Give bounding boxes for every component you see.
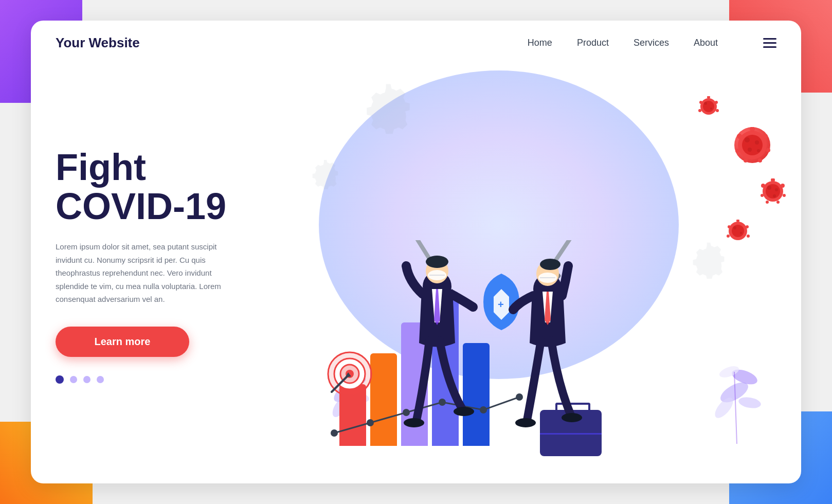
svg-point-78 [710,107,712,110]
svg-point-85 [727,235,730,238]
svg-point-69 [773,194,776,197]
pagination-dots [56,375,253,384]
svg-point-73 [715,101,718,104]
svg-point-74 [716,109,719,112]
svg-point-65 [761,194,764,197]
svg-point-86 [733,226,736,229]
svg-point-87 [740,232,742,234]
svg-point-49 [766,148,770,152]
svg-point-64 [766,201,769,204]
dot-3[interactable] [83,376,91,383]
svg-point-63 [776,201,780,204]
dot-1[interactable] [56,375,64,384]
svg-point-82 [746,225,749,228]
svg-point-30 [426,256,448,268]
svg-point-10 [367,419,374,426]
gear-small-right-icon [688,240,729,283]
svg-point-68 [775,188,778,191]
svg-point-55 [755,140,759,145]
virus-small-bottom-icon [727,220,750,243]
virus-small-top-icon [698,96,719,117]
svg-point-62 [783,194,786,197]
svg-point-84 [728,225,731,228]
hero-title: Fight COVID-19 [56,148,253,226]
hamburger-line [763,38,776,40]
svg-point-54 [745,137,750,142]
figure-right: + [468,240,591,456]
svg-point-61 [781,184,785,188]
svg-point-43 [515,418,536,427]
svg-point-9 [331,429,338,437]
svg-point-67 [767,186,771,190]
gear-small-left-icon [309,158,342,193]
dot-4[interactable] [97,376,104,383]
svg-text:+: + [498,299,504,310]
site-logo: Your Website [56,35,528,51]
svg-point-53 [737,134,742,139]
main-card: Your Website Home Product Services About… [31,21,801,483]
navbar: Your Website Home Product Services About [31,21,801,65]
nav-home[interactable]: Home [528,38,552,48]
hero-left: Fight COVID-19 Lorem ipsum dolor sit ame… [31,65,278,477]
hero-illustration: + [278,65,801,477]
svg-point-56 [748,148,752,152]
svg-point-77 [704,102,707,105]
svg-point-83 [747,235,750,238]
learn-more-button[interactable]: Learn more [56,327,189,357]
svg-point-57 [757,149,760,152]
svg-point-40 [540,259,560,270]
svg-line-25 [734,372,737,444]
svg-point-46 [742,135,763,155]
gear-large-icon [360,81,417,139]
svg-point-80 [732,225,744,237]
hero-body: Lorem ipsum dolor sit amet, sea putant s… [56,240,241,306]
nav-services[interactable]: Services [634,38,669,48]
hamburger-menu[interactable] [763,38,776,48]
virus-small-right-icon [760,178,786,204]
plant-right-decoration [698,341,770,446]
dot-2[interactable] [70,376,77,383]
svg-point-48 [763,134,768,139]
virus-large-icon [734,127,770,163]
nav-links: Home Product Services About [528,38,776,48]
svg-point-44 [562,413,582,422]
svg-point-50 [758,158,762,163]
svg-point-33 [404,418,424,427]
svg-point-76 [698,109,701,112]
svg-point-51 [744,158,748,163]
nav-product[interactable]: Product [577,38,609,48]
svg-point-52 [735,149,739,153]
hamburger-line [763,42,776,44]
hero-section: Fight COVID-19 Lorem ipsum dolor sit ame… [31,65,801,477]
svg-point-75 [699,101,702,104]
svg-point-23 [738,395,762,409]
hamburger-line [763,46,776,48]
svg-point-66 [761,184,765,188]
nav-about[interactable]: About [694,38,718,48]
